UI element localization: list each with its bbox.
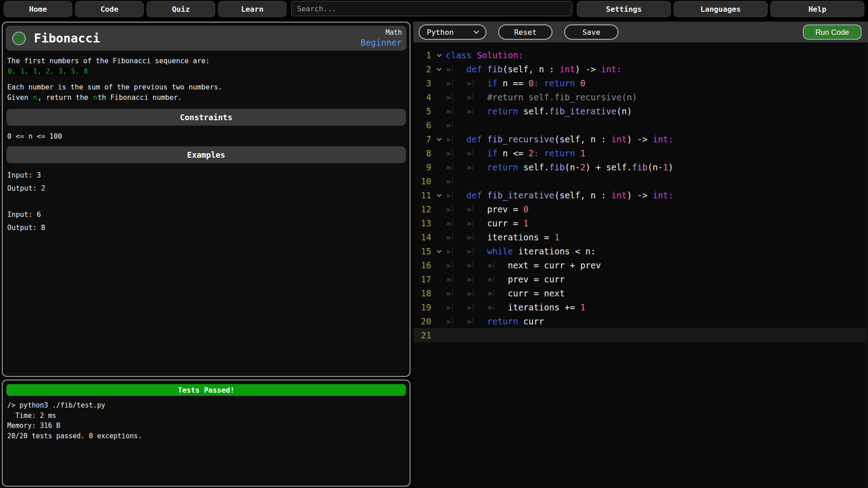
whitespace-marker-icon: » xyxy=(446,218,467,228)
whitespace-marker-icon: » xyxy=(446,176,467,186)
line-number: 14 xyxy=(413,232,431,242)
whitespace-marker-icon: » xyxy=(446,92,467,102)
code-text: »»curr = 1 xyxy=(446,218,528,228)
whitespace-marker-icon: » xyxy=(467,316,487,326)
code-text: »def fib(self, n : int) -> int: xyxy=(446,64,622,74)
fibonacci-sequence: 0, 1, 1, 2, 3, 5, 8 xyxy=(7,67,88,75)
language-select[interactable]: Python xyxy=(419,24,486,40)
editor-scrollbar[interactable] xyxy=(865,42,868,488)
line-number: 19 xyxy=(413,302,431,312)
whitespace-marker-icon: » xyxy=(446,106,467,116)
whitespace-marker-icon: » xyxy=(446,246,467,256)
code-editor[interactable]: 1class Solution:2»def fib(self, n : int)… xyxy=(413,42,868,488)
example-input: Input: 3 xyxy=(7,171,41,179)
code-text: »»»iterations += 1 xyxy=(446,302,585,312)
whitespace-marker-icon: » xyxy=(446,288,467,298)
code-line[interactable]: 13»»curr = 1 xyxy=(413,216,868,230)
nav-tab-settings[interactable]: Settings xyxy=(577,1,671,17)
code-text: »»#return self.fib_recursive(n) xyxy=(446,92,637,102)
fold-chevron-icon[interactable] xyxy=(431,67,446,71)
example-output: Output: 8 xyxy=(7,224,45,232)
whitespace-marker-icon: » xyxy=(467,204,487,214)
status-circle-icon xyxy=(12,32,26,45)
code-line[interactable]: 21 xyxy=(413,328,868,342)
nav-tab-languages[interactable]: Languages xyxy=(674,1,768,17)
test-output-summary: 20/20 tests passed. 0 exceptions. xyxy=(7,431,405,441)
whitespace-marker-icon: » xyxy=(446,316,467,326)
given-text: th Fibonacci number. xyxy=(98,94,182,102)
code-text: » xyxy=(446,120,467,130)
code-text: »»prev = 0 xyxy=(446,204,528,214)
code-line[interactable]: 20»»return curr xyxy=(413,314,868,328)
fold-chevron-icon[interactable] xyxy=(431,249,446,253)
whitespace-marker-icon: » xyxy=(446,260,467,270)
code-line[interactable]: 19»»»iterations += 1 xyxy=(413,300,868,314)
fold-chevron-icon[interactable] xyxy=(431,137,446,141)
test-output-memory: Memory: 316 B xyxy=(7,421,405,431)
code-line[interactable]: 4»»#return self.fib_recursive(n) xyxy=(413,90,868,104)
nav-tab-code[interactable]: Code xyxy=(75,1,144,17)
save-button[interactable]: Save xyxy=(564,24,618,40)
whitespace-marker-icon: » xyxy=(446,64,467,74)
nav-tab-learn[interactable]: Learn xyxy=(218,1,287,17)
code-line[interactable]: 7»def fib_recursive(self, n : int) -> in… xyxy=(413,132,868,146)
whitespace-marker-icon: » xyxy=(467,232,487,242)
given-text: , return the xyxy=(38,94,92,102)
run-code-button[interactable]: Run Code xyxy=(803,24,862,40)
line-number: 16 xyxy=(413,260,431,270)
code-text: »»if n == 0: return 0 xyxy=(446,78,585,88)
code-line[interactable]: 3»»if n == 0: return 0 xyxy=(413,76,868,90)
problem-meta: Math Beginner xyxy=(360,28,402,48)
whitespace-marker-icon: » xyxy=(467,106,487,116)
fold-chevron-icon[interactable] xyxy=(431,53,446,57)
description-body: Each number is the sum of the previous t… xyxy=(7,83,222,91)
whitespace-marker-icon: » xyxy=(446,120,467,130)
code-line[interactable]: 1class Solution: xyxy=(413,48,868,62)
whitespace-marker-icon: » xyxy=(467,78,487,88)
line-number: 18 xyxy=(413,288,431,298)
whitespace-marker-icon: » xyxy=(487,274,508,284)
example-output: Output: 2 xyxy=(7,184,45,192)
code-line[interactable]: 17»»»prev = curr xyxy=(413,272,868,286)
nav-tab-quiz[interactable]: Quiz xyxy=(146,1,215,17)
given-text: Given xyxy=(7,94,33,102)
code-text: »»return curr xyxy=(446,316,544,326)
constraints-header: Constraints xyxy=(6,109,406,126)
nav-tab-home[interactable]: Home xyxy=(4,1,72,17)
examples-header: Examples xyxy=(6,146,406,163)
fold-chevron-icon[interactable] xyxy=(431,193,446,197)
whitespace-marker-icon: » xyxy=(446,190,467,200)
whitespace-marker-icon: » xyxy=(467,218,487,228)
code-line[interactable]: 11»def fib_iterative(self, n : int) -> i… xyxy=(413,188,868,202)
reset-button[interactable]: Reset xyxy=(498,24,552,40)
problem-title: Fibonacci xyxy=(34,31,100,45)
code-line[interactable]: 8»»if n <= 2: return 1 xyxy=(413,146,868,160)
description-intro: The first numbers of the Fibonacci seque… xyxy=(7,57,210,65)
line-number: 7 xyxy=(413,134,431,144)
nav-tab-help[interactable]: Help xyxy=(770,1,864,17)
search-input[interactable] xyxy=(291,1,572,16)
code-line[interactable]: 6» xyxy=(413,118,868,132)
code-text: »»return self.fib(n-2) + self.fib(n-1) xyxy=(446,162,673,172)
whitespace-marker-icon: » xyxy=(467,92,487,102)
language-select-value: Python xyxy=(427,28,454,37)
whitespace-marker-icon: » xyxy=(467,288,487,298)
problem-difficulty[interactable]: Beginner xyxy=(360,37,402,48)
line-number: 2 xyxy=(413,64,431,74)
code-line[interactable]: 12»»prev = 0 xyxy=(413,202,868,216)
code-line[interactable]: 9»»return self.fib(n-2) + self.fib(n-1) xyxy=(413,160,868,174)
test-output-command: /> python3 ./fib/test.py xyxy=(7,400,405,411)
code-line[interactable]: 10» xyxy=(413,174,868,188)
code-line[interactable]: 15»»while iterations < n: xyxy=(413,244,868,258)
code-line[interactable]: 14»»iterations = 1 xyxy=(413,230,868,244)
code-text: »»»curr = next xyxy=(446,288,565,298)
code-text: »def fib_recursive(self, n : int) -> int… xyxy=(446,134,673,144)
code-line[interactable]: 18»»»curr = next xyxy=(413,286,868,300)
code-line[interactable]: 2»def fib(self, n : int) -> int: xyxy=(413,62,868,76)
line-number: 9 xyxy=(413,162,431,172)
code-line[interactable]: 16»»»next = curr + prev xyxy=(413,258,868,272)
line-number: 4 xyxy=(413,92,431,102)
code-line[interactable]: 5»»return self.fib_iterative(n) xyxy=(413,104,868,118)
example-input: Input: 6 xyxy=(7,211,41,219)
whitespace-marker-icon: » xyxy=(487,260,508,270)
